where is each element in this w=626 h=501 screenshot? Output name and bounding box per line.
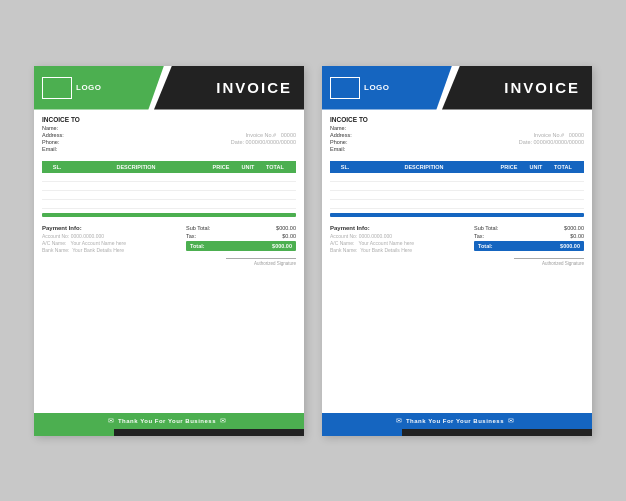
table-row — [42, 173, 296, 182]
bill-row: Email: — [330, 146, 584, 152]
logo-text-blue: LOGO — [364, 83, 390, 92]
subtotal-row: Sub Total: $000.00 — [186, 225, 296, 231]
sig-label: Authorized Signature — [542, 261, 584, 266]
invoice-green: LOGO INVOICE INCOICE TO Name: Address: I… — [34, 66, 304, 436]
footer-icon2-green: ✉ — [220, 417, 226, 425]
bill-to-green: INCOICE TO — [42, 116, 296, 123]
table-row — [42, 191, 296, 200]
sig-line — [226, 258, 296, 259]
payment-info-blue: Payment Info: Account No: 0000.0000.000 … — [330, 225, 440, 254]
table-row — [330, 173, 584, 182]
invoice-blue: LOGO INVOICE INCOICE TO Name: Address: I… — [322, 66, 592, 436]
bill-row: Email: — [42, 146, 296, 152]
footer-text-green: Thank You For Your Business — [118, 418, 216, 424]
bill-to-blue: INCOICE TO — [330, 116, 584, 123]
table-row — [42, 200, 296, 209]
signature-blue: Authorized Signature — [322, 254, 592, 268]
bill-row: Name: — [330, 125, 584, 131]
tax-row: Tax: $0.00 — [186, 233, 296, 239]
table-body-green — [34, 173, 304, 209]
footer-icon-green: ✉ — [108, 417, 114, 425]
payment-title-blue: Payment Info: — [330, 225, 440, 231]
bill-section-blue: INCOICE TO Name: Address: Invoice No.# 0… — [322, 110, 592, 157]
totals-block-green: Sub Total: $000.00 Tax: $0.00 Total: $00… — [186, 225, 296, 254]
accent-bar — [330, 213, 584, 217]
bottom-accent-blue — [322, 429, 592, 436]
table-row — [330, 200, 584, 209]
tax-row: Tax: $0.00 — [474, 233, 584, 239]
total-final-blue: Total: $000.00 — [474, 241, 584, 251]
logo-box-green — [42, 77, 72, 99]
total-final-green: Total: $000.00 — [186, 241, 296, 251]
payment-section-blue: Payment Info: Account No: 0000.0000.000 … — [322, 219, 592, 254]
header-green: LOGO INVOICE — [34, 66, 304, 110]
main-canvas: LOGO INVOICE INCOICE TO Name: Address: I… — [0, 0, 626, 501]
footer-text-blue: Thank You For Your Business — [406, 418, 504, 424]
sig-line — [514, 258, 584, 259]
table-row — [42, 182, 296, 191]
invoice-title-blue: INVOICE — [504, 79, 580, 96]
table-body-blue — [322, 173, 592, 209]
accent-bar — [42, 213, 296, 217]
footer-icon2-blue: ✉ — [508, 417, 514, 425]
footer-icon-blue: ✉ — [396, 417, 402, 425]
signature-green: Authorized Signature — [34, 254, 304, 268]
bottom-accent-green — [34, 429, 304, 436]
sig-label: Authorized Signature — [254, 261, 296, 266]
table-row — [330, 182, 584, 191]
header-blue: LOGO INVOICE — [322, 66, 592, 110]
logo-box-blue — [330, 77, 360, 99]
table-row — [330, 191, 584, 200]
payment-title-green: Payment Info: — [42, 225, 152, 231]
invoice-title-green: INVOICE — [216, 79, 292, 96]
totals-block-blue: Sub Total: $000.00 Tax: $0.00 Total: $00… — [474, 225, 584, 254]
bill-row: Phone: Date: 0000/00/0000/00000 — [330, 139, 584, 145]
bill-row: Phone: Date: 0000/00/0000/00000 — [42, 139, 296, 145]
footer-blue: ✉ Thank You For Your Business ✉ — [322, 413, 592, 429]
bill-section-green: INCOICE TO Name: Address: Invoice No.# 0… — [34, 110, 304, 157]
invoice-title-block-green: INVOICE — [154, 66, 304, 110]
bill-row: Address: Invoice No.# 00000 — [42, 132, 296, 138]
payment-section-green: Payment Info: Account No: 0000.0000.000 … — [34, 219, 304, 254]
bill-row: Address: Invoice No.# 00000 — [330, 132, 584, 138]
table-header-blue: SL. DESCRIPITION PRICE UNIT TOTAL — [330, 161, 584, 173]
invoice-title-block-blue: INVOICE — [442, 66, 592, 110]
subtotal-row: Sub Total: $000.00 — [474, 225, 584, 231]
bill-row: Name: — [42, 125, 296, 131]
payment-info-green: Payment Info: Account No: 0000.0000.000 … — [42, 225, 152, 254]
logo-text-green: LOGO — [76, 83, 102, 92]
table-header-green: SL. DESCRIPITION PRICE UNIT TOTAL — [42, 161, 296, 173]
footer-green: ✉ Thank You For Your Business ✉ — [34, 413, 304, 429]
